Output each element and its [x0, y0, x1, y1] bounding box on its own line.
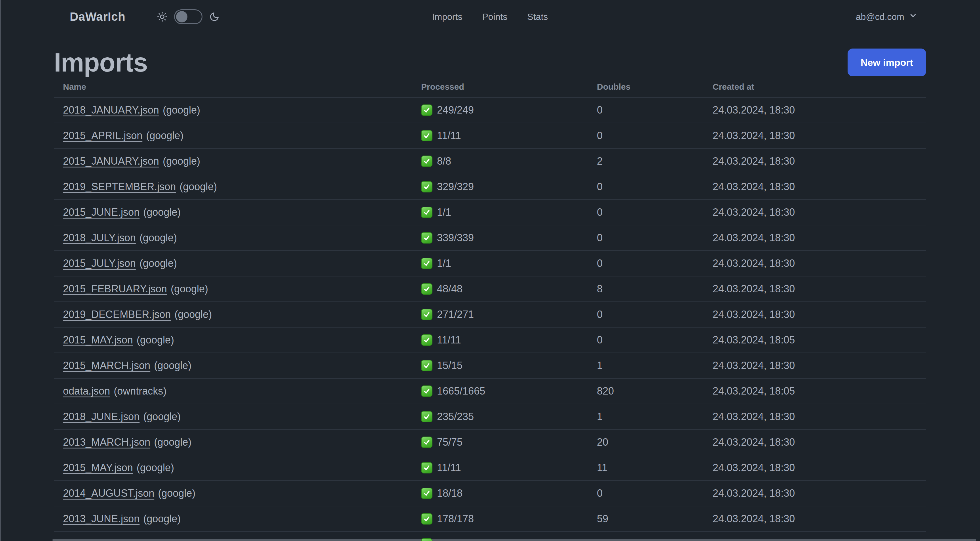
- column-header-processed: Processed: [412, 82, 588, 92]
- account-menu[interactable]: ab@cd.com: [856, 0, 917, 34]
- table-header-row: Name Processed Doubles Created at: [54, 77, 926, 97]
- created-at-cell: 24.03.2024, 18:30: [703, 513, 926, 525]
- import-file-link[interactable]: 2018_JULY.json: [63, 232, 136, 244]
- import-file-link[interactable]: 2019_DECEMBER.json: [63, 308, 171, 321]
- import-file-link[interactable]: 2019_SEPTEMBER.json: [63, 181, 176, 193]
- import-file-link[interactable]: 2015_MARCH.json: [63, 360, 150, 372]
- doubles-cell: 11: [588, 462, 703, 474]
- processed-cell: 18/18: [412, 487, 588, 499]
- import-file-link[interactable]: 2014_AUGUST.json: [63, 487, 154, 499]
- import-file-link[interactable]: 2015_MAY.json: [63, 334, 133, 346]
- doubles-cell: 820: [588, 385, 703, 397]
- check-mark-button-icon: [421, 462, 433, 474]
- processed-count: 15/15: [437, 360, 463, 372]
- new-import-button[interactable]: New import: [848, 48, 926, 77]
- theme-switch-knob[interactable]: [176, 11, 188, 22]
- horizontal-scrollbar[interactable]: [52, 539, 976, 541]
- import-source-label: (google): [163, 155, 200, 167]
- created-at-cell: 24.03.2024, 18:30: [703, 283, 926, 295]
- doubles-cell: 0: [588, 487, 703, 499]
- table-row: 2015_JULY.json (google) 1/1 0 24.03.2024…: [54, 251, 926, 276]
- import-file-link[interactable]: 2013_JUNE.json: [63, 513, 140, 525]
- created-at-cell: 24.03.2024, 18:30: [703, 360, 926, 372]
- doubles-cell: 20: [588, 436, 703, 448]
- check-mark-button-icon: [421, 104, 433, 116]
- created-at-cell: 24.03.2024, 18:30: [703, 308, 926, 321]
- processed-cell: 48/48: [412, 283, 588, 295]
- import-file-link[interactable]: 2015_FEBRUARY.json: [63, 283, 167, 295]
- processed-cell: 249/249: [412, 104, 588, 116]
- table-row: 2015_MAY.json (google) 11/11 0 24.03.202…: [54, 327, 926, 353]
- nav-points[interactable]: Points: [482, 12, 507, 22]
- table-row: 2015_FEBRUARY.json (google) 48/48 8 24.0…: [54, 276, 926, 302]
- name-cell: 2014_AUGUST.json (google): [54, 487, 412, 499]
- doubles-cell: 0: [588, 104, 703, 116]
- import-source-label: (google): [158, 487, 196, 499]
- doubles-cell: 0: [588, 308, 703, 321]
- processed-count: 75/75: [437, 436, 463, 448]
- import-source-label: (google): [137, 462, 174, 474]
- processed-count: 249/249: [437, 104, 474, 116]
- app-logo: DaWarIch: [70, 10, 125, 24]
- import-file-link[interactable]: 2015_MAY.json: [63, 462, 133, 474]
- check-mark-button-icon: [421, 232, 433, 244]
- import-source-label: (google): [146, 130, 183, 142]
- processed-count: 11/11: [437, 334, 461, 346]
- import-file-link[interactable]: 2015_JUNE.json: [63, 206, 140, 218]
- import-file-link[interactable]: 2018_JANUARY.json: [63, 104, 159, 116]
- import-file-link[interactable]: odata.json: [63, 385, 110, 397]
- table-body: 2018_JANUARY.json (google) 249/249 0 24.…: [54, 97, 926, 531]
- theme-switch[interactable]: [174, 10, 202, 24]
- name-cell: 2018_JUNE.json (google): [54, 411, 412, 423]
- created-at-cell: 24.03.2024, 18:30: [703, 411, 926, 423]
- processed-cell: 11/11: [412, 334, 588, 346]
- import-source-label: (google): [171, 283, 208, 295]
- processed-cell: 235/235: [412, 411, 588, 423]
- table-row: 2015_APRIL.json (google) 11/11 0 24.03.2…: [54, 123, 926, 148]
- import-source-label: (google): [180, 181, 217, 193]
- imports-table: Name Processed Doubles Created at 2018_J…: [54, 77, 926, 541]
- created-at-cell: 24.03.2024, 18:30: [703, 104, 926, 116]
- import-file-link[interactable]: 2015_JULY.json: [63, 257, 136, 270]
- chevron-down-icon: [909, 11, 917, 22]
- processed-count: 11/11: [437, 130, 461, 142]
- table-row: 2018_JUNE.json (google) 235/235 1 24.03.…: [54, 404, 926, 429]
- processed-cell: 11/11: [412, 130, 588, 142]
- table-row: 2013_JUNE.json (google) 178/178 59 24.03…: [54, 506, 926, 531]
- processed-count: 339/339: [437, 232, 474, 244]
- nav-imports[interactable]: Imports: [432, 12, 463, 22]
- processed-count: 329/329: [437, 181, 474, 193]
- name-cell: 2015_JULY.json (google): [54, 257, 412, 270]
- check-mark-button-icon: [421, 130, 433, 141]
- import-file-link[interactable]: 2018_JUNE.json: [63, 411, 140, 423]
- doubles-cell: 0: [588, 181, 703, 193]
- import-source-label: (google): [143, 513, 181, 525]
- theme-toggle-group: [157, 10, 220, 24]
- name-cell: 2018_JULY.json (google): [54, 232, 412, 244]
- doubles-cell: 0: [588, 232, 703, 244]
- import-file-link[interactable]: 2015_APRIL.json: [63, 130, 142, 142]
- account-email: ab@cd.com: [856, 12, 904, 22]
- nav-stats[interactable]: Stats: [527, 12, 548, 22]
- column-header-name: Name: [54, 82, 412, 92]
- name-cell: 2015_MAY.json (google): [54, 462, 412, 474]
- import-source-label: (google): [154, 436, 191, 448]
- processed-cell: 339/339: [412, 232, 588, 244]
- doubles-cell: 8: [588, 283, 703, 295]
- check-mark-button-icon: [421, 513, 433, 525]
- processed-cell: 1/1: [412, 206, 588, 218]
- import-file-link[interactable]: 2015_JANUARY.json: [63, 155, 159, 167]
- processed-count: 48/48: [437, 283, 463, 295]
- name-cell: 2013_MARCH.json (google): [54, 436, 412, 448]
- name-cell: 2018_JANUARY.json (google): [54, 104, 412, 116]
- import-file-link[interactable]: 2013_MARCH.json: [63, 436, 150, 448]
- created-at-cell: 24.03.2024, 18:30: [703, 487, 926, 499]
- processed-cell: 75/75: [412, 436, 588, 448]
- processed-cell: 329/329: [412, 181, 588, 193]
- created-at-cell: 24.03.2024, 18:30: [703, 206, 926, 218]
- created-at-cell: 24.03.2024, 18:30: [703, 155, 926, 167]
- processed-count: 11/11: [437, 462, 461, 474]
- processed-cell: 178/178: [412, 513, 588, 525]
- moon-icon: [209, 12, 220, 22]
- processed-count: 18/18: [437, 487, 463, 499]
